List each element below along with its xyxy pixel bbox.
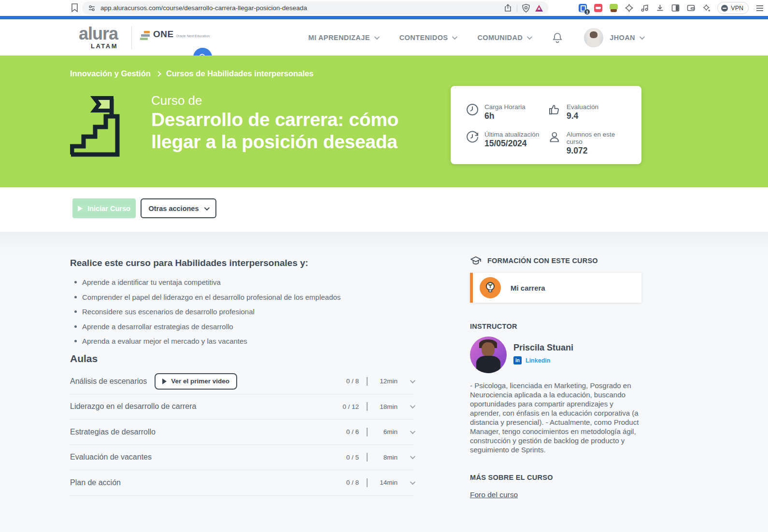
site-settings-icon[interactable] [88,4,96,12]
divider [367,402,368,411]
objective-item: Aprende a identificar tu ventaja competi… [72,278,341,286]
logo-divider [131,26,132,49]
alura-logo[interactable]: alura LATAM [79,25,118,49]
chevron-down-icon[interactable] [410,378,415,383]
aula-progress: 0 / 6 [338,428,359,435]
share-icon[interactable] [504,4,512,12]
extension-badge: 1 [584,9,590,15]
chevron-down-icon [374,34,379,39]
bookmark-icon[interactable] [71,3,78,12]
objectives-list: Aprende a identificar tu ventaja competi… [72,278,341,352]
media-playlist-icon[interactable] [640,3,649,13]
instructor-name: Priscila Stuani [513,343,573,353]
chevron-down-icon [204,205,210,210]
aula-row[interactable]: Liderazgo en el desarrollo de carrera 0 … [70,394,414,420]
alura-logo-text: alura [79,24,118,43]
brave-rewards-icon[interactable] [535,4,543,12]
one-logo-icon [140,31,150,40]
career-lightbulb-icon [480,277,501,298]
instructor-section-header: INSTRUCTOR [470,322,517,330]
more-section-header: MÁS SOBRE EL CURSO [470,474,553,481]
sidebar-toggle-icon[interactable] [671,3,680,13]
vpn-status-icon [721,5,728,12]
leo-ai-icon[interactable] [702,3,711,13]
url-text[interactable]: app.aluracursos.com/course/desarrollo-ca… [100,4,504,12]
vpn-button[interactable]: VPN [717,2,749,14]
linkedin-icon: in [513,356,522,364]
clock-icon [466,103,479,116]
wallet-icon[interactable] [686,3,696,13]
course-title-line2: llegar a la posición deseada [151,131,398,152]
breadcrumb-category[interactable]: Innovación y Gestión [70,69,151,78]
divider [367,453,368,462]
stat-value: 6h [484,111,526,121]
aula-title: Estrategias de desarrollo [70,428,156,436]
stat-alumnos: Alumnos en este curso 9.072 [548,131,632,156]
watch-first-video-button[interactable]: Ver el primer video [155,373,237,390]
instructor-bio: - Psicologa, licenciada en Marketing, Po… [470,381,640,455]
aula-title: Liderazgo en el desarrollo de carrera [70,402,196,411]
course-kicker: Curso de [151,93,202,108]
nav-mi-aprendizaje[interactable]: MI APRENDIZAJE [308,34,378,42]
nav-label: MI APRENDIZAJE [308,34,370,42]
other-actions-button[interactable]: Otras acciones [141,198,216,218]
breadcrumb-subcategory[interactable]: Cursos de Habilidades interpersonales [166,69,313,78]
nav-comunidad[interactable]: COMUNIDAD [477,34,531,42]
stat-evaluacion: Evaluación 9.4 [548,103,632,121]
career-accent-bar [470,273,473,303]
instructor-avatar [470,336,507,373]
start-course-button[interactable]: Iniciar Curso [72,198,136,218]
aula-row[interactable]: Análisis de escenarios Ver el primer vid… [70,369,414,394]
linkedin-link[interactable]: in Linkedin [513,356,550,364]
forum-link[interactable]: Foro del curso [470,490,518,499]
downloads-icon[interactable] [655,3,665,13]
course-stairs-flag-icon [70,93,128,157]
notifications-button[interactable] [552,32,563,43]
aula-duration: 8min [374,454,398,461]
play-icon [78,206,83,211]
graduation-cap-icon [470,256,482,266]
formation-title: FORMACIÓN CON ESTE CURSO [487,257,598,265]
stat-carga-horaria: Carga Horaria 6h [466,103,548,121]
stat-label: Evaluación [567,103,598,111]
aula-title: Plan de acción [70,478,121,487]
watch-first-video-label: Ver el primer video [171,378,229,385]
nav-contenidos[interactable]: CONTENIDOS [399,34,456,42]
stat-label: Alumnos en este curso [567,131,632,145]
address-bar[interactable]: app.aluracursos.com/course/desarrollo-ca… [82,1,548,14]
course-hero: Innovación y Gestión Cursos de Habilidad… [0,56,768,187]
extensions-menu-icon[interactable] [625,3,634,13]
history-clock-icon [466,131,479,143]
browser-menu-icon[interactable] [755,3,764,13]
career-card[interactable]: Mi carrera [470,273,641,303]
vpn-label: VPN [731,5,743,12]
chevron-down-icon[interactable] [410,429,415,434]
stat-value: 9.072 [567,146,632,156]
chevron-down-icon[interactable] [410,479,415,485]
course-title: Desarrollo de carrera: cómo llegar a la … [151,109,398,153]
chevron-down-icon [640,34,645,39]
user-menu[interactable]: JHOAN [584,28,643,47]
divider [517,4,517,12]
aula-row[interactable]: Evaluación de vacantes 0 / 5 8min [70,445,414,471]
aula-title: Análisis de escenarios [70,377,147,386]
chevron-down-icon[interactable] [410,403,415,408]
extensions-area: 1 VPN [578,0,764,16]
course-title-line1: Desarrollo de carrera: cómo [151,109,398,130]
aulas-list: Análisis de escenarios Ver el primer vid… [70,369,414,496]
chevron-down-icon [452,34,457,39]
extension-red-icon[interactable] [594,3,603,13]
stat-value: 9.4 [567,111,598,121]
chevron-down-icon[interactable] [410,454,415,459]
aula-row[interactable]: Estrategias de desarrollo 0 / 6 6min [70,420,414,445]
formation-section-header: FORMACIÓN CON ESTE CURSO [470,256,598,266]
actions-band: Iniciar Curso Otras acciones [0,187,768,232]
user-avatar [584,28,603,47]
objective-item: Aprenda a evaluar mejor el mercado y las… [72,337,341,345]
aula-duration: 14min [374,479,398,486]
brave-shield-icon[interactable] [522,4,530,13]
aula-row[interactable]: Plan de acción 0 / 8 14min [70,470,414,496]
extension-plant-icon[interactable] [609,3,618,13]
main-nav: MI APRENDIZAJE CONTENIDOS COMUNIDAD JHOA… [308,19,643,56]
extension-blue-icon[interactable]: 1 [578,3,587,13]
